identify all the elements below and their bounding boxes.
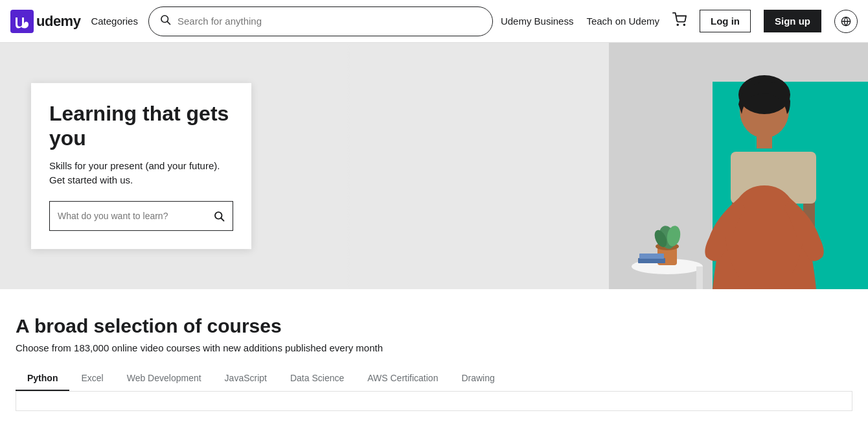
courses-section: A broad selection of courses Choose from… — [0, 289, 868, 411]
language-selector[interactable] — [834, 10, 858, 33]
signup-button[interactable]: Sign up — [764, 10, 821, 32]
udemy-business-link[interactable]: Udemy Business — [501, 16, 574, 27]
categories-button[interactable]: Categories — [88, 16, 141, 27]
svg-rect-25 — [639, 254, 664, 259]
navbar: udemy Categories Udemy Business Teach on… — [0, 0, 868, 43]
svg-rect-24 — [638, 258, 665, 263]
hero-subheading: Skills for your present (and your future… — [49, 159, 233, 188]
courses-tabs: PythonExcelWeb DevelopmentJavaScriptData… — [16, 366, 852, 392]
teach-link[interactable]: Teach on Udemy — [586, 16, 659, 27]
tab-javascript[interactable]: JavaScript — [213, 366, 279, 391]
svg-point-3 — [677, 24, 678, 25]
courses-content-area — [16, 392, 852, 411]
hero-card: Learning that gets you Skills for your p… — [31, 83, 251, 249]
hero-heading: Learning that gets you — [49, 101, 233, 151]
logo-link[interactable]: udemy — [10, 10, 80, 33]
tab-python[interactable]: Python — [16, 366, 69, 391]
hero-search-bar — [49, 201, 233, 231]
logo-text: udemy — [36, 13, 80, 30]
cart-icon[interactable] — [672, 12, 687, 30]
tab-drawing[interactable]: Drawing — [450, 366, 506, 391]
tab-data-science[interactable]: Data Science — [279, 366, 356, 391]
nav-search-bar — [148, 6, 493, 36]
hero-search-button[interactable] — [213, 210, 225, 222]
hero-section: Learning that gets you Skills for your p… — [0, 43, 868, 289]
nav-right-area: Udemy Business Teach on Udemy Log in Sig… — [501, 10, 858, 33]
nav-search-icon — [159, 14, 171, 29]
nav-search-input[interactable] — [177, 16, 482, 27]
tab-excel[interactable]: Excel — [69, 366, 115, 391]
tab-aws-certification[interactable]: AWS Certification — [356, 366, 450, 391]
svg-line-27 — [221, 218, 223, 220]
tab-web-development[interactable]: Web Development — [115, 366, 213, 391]
svg-point-4 — [683, 24, 685, 25]
svg-rect-15 — [757, 136, 772, 148]
svg-rect-18 — [696, 266, 703, 289]
courses-subtitle: Choose from 183,000 online video courses… — [16, 342, 852, 353]
courses-title: A broad selection of courses — [16, 315, 852, 337]
login-button[interactable]: Log in — [700, 10, 751, 32]
hero-search-input[interactable] — [58, 211, 213, 221]
hero-image-area — [350, 43, 868, 289]
udemy-logo-icon — [10, 10, 34, 33]
hero-person-illustration — [350, 43, 868, 289]
svg-line-2 — [167, 21, 170, 24]
hero-search-icon — [213, 210, 225, 222]
